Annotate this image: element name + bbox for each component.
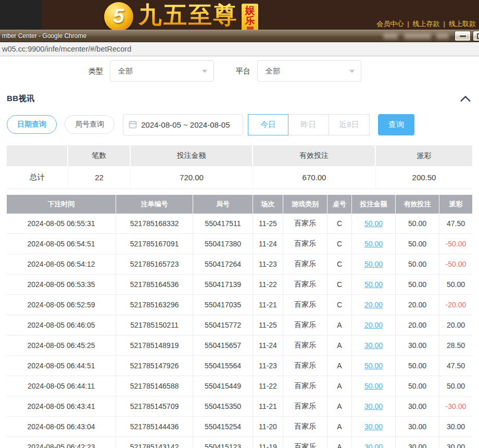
cell-valid-bet: 50.00 (396, 234, 439, 254)
table-row: 2024-08-05 06:54:12521785165723550417264… (7, 254, 472, 275)
last-8-days-button[interactable]: 近8日 (329, 114, 370, 135)
cell-bet-id: 521785163296 (116, 295, 193, 315)
cell-valid-bet: 20.00 (396, 295, 439, 315)
cell-game-type: 百家乐 (283, 376, 327, 396)
cell-game-type: 百家乐 (283, 396, 327, 416)
minimize-button[interactable] (455, 31, 470, 41)
cell-bet-id: 521785146588 (116, 376, 193, 396)
cell-bet-amount-link[interactable]: 50.00 (352, 254, 396, 274)
cell-payout: 47.50 (439, 214, 472, 233)
bet-amount-link[interactable]: 50.00 (364, 260, 383, 268)
cell-bet-id: 521785147926 (116, 356, 193, 376)
cell-game-type: 百家乐 (283, 254, 327, 274)
chevron-up-icon (460, 95, 471, 102)
bet-amount-link[interactable]: 30.00 (364, 422, 383, 431)
cell-round-id: 550415564 (193, 356, 253, 376)
today-button[interactable]: 今日 (248, 114, 288, 135)
cell-game-type: 百家乐 (283, 335, 327, 355)
nav-divider: | (444, 20, 445, 28)
cell-bet-amount-link[interactable]: 50.00 (352, 214, 396, 233)
cell-bet-amount-link[interactable]: 50.00 (352, 376, 396, 396)
bet-amount-link[interactable]: 50.00 (364, 382, 383, 390)
cell-bet-amount-link[interactable]: 50.00 (352, 275, 396, 294)
bet-amount-link[interactable]: 30.00 (364, 402, 383, 410)
table-row: 2024-08-05 06:54:51521785167091550417380… (7, 234, 472, 254)
redacted-blur (436, 33, 449, 39)
cell-session: 11-22 (253, 275, 283, 294)
redacted-blur (404, 33, 431, 39)
date-query-tab[interactable]: 日期查询 (7, 115, 57, 134)
cell-payout: 50.00 (439, 376, 472, 396)
logo-5-coin-icon: 5 (104, 2, 133, 31)
cell-round-id: 550417139 (193, 275, 253, 294)
cell-session: 11-24 (253, 335, 283, 355)
bet-table-body: 2024-08-05 06:55:31521785168332550417511… (7, 214, 472, 448)
cell-bet-id: 521785143142 (116, 437, 193, 448)
cell-bet-amount-link[interactable]: 50.00 (352, 356, 396, 376)
bet-amount-link[interactable]: 20.00 (364, 321, 383, 329)
cell-bet-amount-link[interactable]: 30.00 (352, 335, 396, 355)
cell-bet-amount-link[interactable]: 20.00 (352, 315, 396, 335)
summary-header-valid-bet: 有效投注 (253, 145, 376, 166)
nav-online-withdraw-link[interactable]: 线上取款 (449, 20, 476, 28)
table-row: 2024-08-05 06:44:51521785147926550415564… (7, 356, 472, 376)
bet-amount-link[interactable]: 30.00 (364, 443, 383, 448)
cell-game-type: 百家乐 (283, 356, 327, 376)
cell-table-code: A (327, 356, 352, 376)
logo-brand-text: 九五至尊 (138, 0, 238, 30)
filter-row: 类型 全部 平台 全部 (7, 60, 472, 82)
site-banner: 5 九五至尊 娱乐 会员中心|线上存款|线上取款 (0, 0, 479, 30)
cell-valid-bet: 50.00 (396, 356, 439, 376)
bet-amount-link[interactable]: 50.00 (364, 362, 383, 370)
cell-payout: -20.00 (439, 295, 472, 315)
nav-member-center-link[interactable]: 会员中心 (376, 20, 404, 28)
cell-bet-time: 2024-08-05 06:44:11 (7, 376, 116, 396)
cell-bet-time: 2024-08-05 06:46:05 (7, 315, 116, 335)
cell-valid-bet: 30.00 (396, 335, 439, 355)
type-select[interactable]: 全部 (110, 60, 214, 82)
url-bar[interactable]: w05.cc:9900/infe/mcenter/#/betRecord (0, 42, 479, 56)
bet-amount-link[interactable]: 30.00 (364, 341, 383, 350)
cell-bet-amount-link[interactable]: 30.00 (352, 437, 396, 448)
cell-bet-id: 521785145709 (116, 396, 193, 416)
cell-bet-time: 2024-08-05 06:53:35 (7, 275, 116, 294)
cell-bet-amount-link[interactable]: 30.00 (352, 417, 396, 437)
logo-entertainment-badge: 娱乐 (242, 4, 258, 31)
cell-game-type: 百家乐 (283, 275, 327, 294)
bet-table-header-row: 下注时间 注单编号 局号 场次 游戏类别 桌号 投注金额 有效投注 派彩 (7, 195, 472, 214)
cell-round-id: 550415449 (193, 376, 253, 396)
cell-bet-amount-link[interactable]: 30.00 (352, 396, 396, 416)
maximize-button[interactable] (473, 31, 479, 41)
bet-amount-link[interactable]: 20.00 (364, 301, 383, 309)
collapse-toggle[interactable] (460, 95, 471, 102)
nav-online-deposit-link[interactable]: 线上存款 (413, 20, 440, 28)
cell-bet-amount-link[interactable]: 20.00 (352, 295, 396, 315)
cell-game-type: 百家乐 (283, 315, 327, 335)
cell-round-id: 550417511 (193, 214, 253, 233)
date-range-input[interactable]: 2024-08-05 ~ 2024-08-05 (123, 114, 243, 135)
header-game-type: 游戏类别 (283, 195, 327, 214)
bet-amount-link[interactable]: 50.00 (364, 219, 383, 228)
table-row: 2024-08-05 06:53:35521785164536550417139… (7, 275, 472, 295)
bet-amount-link[interactable]: 50.00 (364, 280, 383, 289)
round-query-tab[interactable]: 局号查询 (65, 115, 115, 134)
search-button[interactable]: 查询 (378, 114, 414, 135)
cell-session: 11-21 (253, 295, 283, 315)
cell-bet-amount-link[interactable]: 50.00 (352, 234, 396, 254)
cell-round-id: 550417380 (193, 234, 253, 254)
section-title: BB视讯 (7, 94, 35, 104)
window-titlebar[interactable]: mber Center - Google Chrome (0, 30, 479, 42)
summary-payout-value: 200.50 (376, 166, 472, 189)
bet-amount-link[interactable]: 50.00 (364, 240, 383, 248)
header-table-code: 桌号 (327, 195, 352, 214)
cell-bet-time: 2024-08-05 06:52:59 (7, 295, 116, 315)
cell-bet-id: 521785148919 (116, 335, 193, 355)
cell-game-type: 百家乐 (283, 437, 327, 448)
cell-payout: -30.00 (439, 396, 472, 416)
cell-game-type: 百家乐 (283, 417, 327, 437)
platform-select[interactable]: 全部 (257, 60, 361, 82)
table-row: 2024-08-05 06:43:04521785144436550415254… (7, 417, 472, 437)
yesterday-button[interactable]: 昨日 (288, 114, 329, 135)
cell-session: 11-24 (253, 234, 283, 254)
cell-bet-id: 521785164536 (116, 275, 193, 294)
